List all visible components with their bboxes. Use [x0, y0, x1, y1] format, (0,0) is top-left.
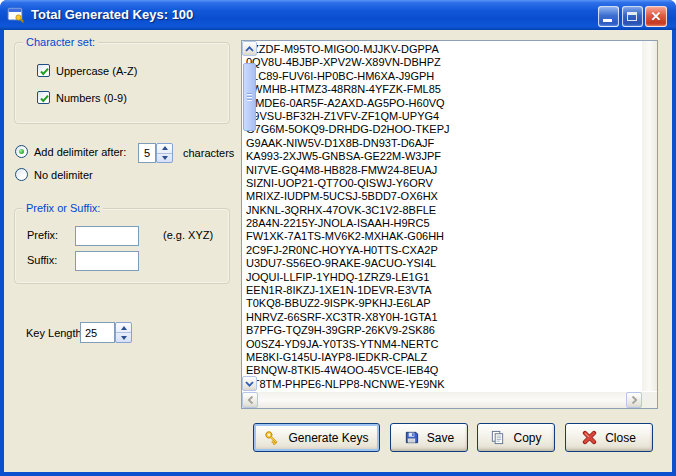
prefix-hint: (e.g. XYZ): [163, 229, 213, 241]
delimiter-count-input[interactable]: [138, 143, 156, 163]
key-line: KA993-2XJW5-GNBSA-GE22M-W3JPF: [246, 150, 640, 163]
app-icon: [7, 6, 25, 24]
key-line: FW1XK-7A1TS-MV6K2-MXHAK-G06HH: [246, 230, 640, 243]
key-line: O0SZ4-YD9JA-Y0T3S-YTNM4-NERTC: [246, 338, 640, 351]
delimiter-spin-up-button[interactable]: [157, 144, 172, 153]
key-line: EEN1R-8IKZJ-1XE1N-1DEVR-E3VTA: [246, 284, 640, 297]
uppercase-option[interactable]: Uppercase (A-Z): [37, 64, 137, 77]
key-length-input[interactable]: [80, 322, 115, 343]
maximize-button[interactable]: [622, 6, 643, 27]
character-set-caption: Character set:: [23, 36, 98, 48]
key-line: HNRVZ-66SRF-XC3TR-X8Y0H-1GTA1: [246, 311, 640, 324]
radio-dot-icon: [19, 149, 24, 154]
generated-keys-listbox[interactable]: 0ZZDF-M95TO-MIGO0-MJJKV-DGPPA0QV8U-4BJBP…: [241, 40, 658, 409]
scroll-left-button[interactable]: [242, 392, 258, 408]
down-arrow-icon: [121, 336, 127, 340]
scroll-right-button[interactable]: [626, 392, 642, 408]
close-button[interactable]: Close: [565, 423, 653, 452]
key-line: G7G6M-5OKQ9-DRHDG-D2HOO-TKEPJ: [246, 123, 640, 136]
suffix-label-row: Suffix:: [27, 254, 57, 266]
uppercase-checkbox[interactable]: [37, 64, 50, 77]
key-length-spinner: [115, 322, 132, 343]
copy-label: Copy: [513, 431, 541, 445]
key-line: T0KQ8-BBUZ2-9ISPK-9PKHJ-E6LAP: [246, 297, 640, 310]
window-title: Total Generated Keys: 100: [31, 0, 193, 30]
key-line: U3DU7-S56EO-9RAKE-9ACUO-YSI4L: [246, 257, 640, 270]
key-line: 0QV8U-4BJBP-XPV2W-X89VN-DBHPZ: [246, 56, 640, 69]
floppy-disk-icon: [404, 430, 419, 445]
save-label: Save: [427, 431, 454, 445]
key-length-spin-up-button[interactable]: [116, 323, 131, 332]
add-delimiter-radio[interactable]: [15, 145, 28, 158]
vertical-scrollbar-thumb[interactable]: [243, 63, 256, 131]
chevron-down-icon: [245, 381, 254, 387]
prefix-label-row: Prefix:: [27, 229, 58, 241]
numbers-option[interactable]: Numbers (0-9): [37, 91, 127, 104]
key-line: S9VSU-BF32H-Z1VFV-ZF1QM-UPYG4: [246, 110, 640, 123]
copy-button[interactable]: Copy: [477, 423, 555, 452]
close-icon: ✕: [646, 7, 666, 26]
key-line: 0WMHB-HTMZ3-48R8N-4YFZK-FML85: [246, 83, 640, 96]
characters-unit: characters: [183, 147, 234, 159]
prefix-input[interactable]: [75, 226, 139, 246]
minimize-button[interactable]: [598, 6, 619, 27]
key-line: FT8TM-PHPE6-NLPP8-NCNWE-YE9NK: [246, 378, 640, 390]
character-set-group: Character set: Uppercase (A-Z) Numbers (…: [14, 42, 230, 124]
prefix-suffix-caption: Prefix or Suffix:: [23, 202, 103, 214]
client-area: Character set: Uppercase (A-Z) Numbers (…: [4, 30, 672, 472]
prefix-label: Prefix:: [27, 229, 58, 241]
minimize-icon: [603, 19, 612, 22]
close-label: Close: [605, 431, 636, 445]
no-delimiter-radio[interactable]: [15, 168, 28, 181]
key-length-spin-down-button[interactable]: [116, 332, 131, 342]
chevron-right-icon: [631, 396, 637, 405]
prefix-hint-label: (e.g. XYZ): [163, 229, 213, 241]
scrollbar-corner: [642, 392, 657, 408]
title-bar[interactable]: Total Generated Keys: 100 ✕: [0, 0, 676, 30]
key-line: 28A4N-2215Y-JNOLA-ISAAH-H9RC5: [246, 217, 640, 230]
key-line: 7LC89-FUV6I-HP0BC-HM6XA-J9GPH: [246, 70, 640, 83]
down-arrow-icon: [162, 156, 168, 160]
add-delimiter-label[interactable]: Add delimiter after:: [34, 146, 126, 158]
generate-keys-label: Generate Keys: [288, 431, 368, 445]
up-arrow-icon: [121, 326, 127, 330]
add-delimiter-option[interactable]: Add delimiter after:: [15, 145, 126, 158]
suffix-label: Suffix:: [27, 254, 57, 266]
save-button[interactable]: Save: [390, 423, 468, 452]
chevron-left-icon: [247, 396, 253, 405]
numbers-checkbox[interactable]: [37, 91, 50, 104]
numbers-label[interactable]: Numbers (0-9): [56, 92, 127, 104]
maximize-icon: [627, 12, 637, 21]
key-line: JNKNL-3QRHX-47OVK-3C1V2-8BFLE: [246, 204, 640, 217]
no-delimiter-label[interactable]: No delimiter: [34, 169, 93, 181]
key-line: SIZNI-UOP21-QT7O0-QISWJ-Y6ORV: [246, 177, 640, 190]
key-line: ME8KI-G145U-IAYP8-IEDKR-CPALZ: [246, 351, 640, 364]
check-icon: [39, 93, 50, 104]
horizontal-scrollbar-track[interactable]: [242, 392, 642, 408]
key-line: 0ZZDF-M95TO-MIGO0-MJJKV-DGPPA: [246, 43, 640, 56]
delimiter-count-spinner: [156, 143, 173, 163]
generate-keys-button[interactable]: Generate Keys: [253, 423, 380, 452]
key-line: JOQUI-LLFIP-1YHDQ-1ZRZ9-LE1G1: [246, 271, 640, 284]
key-icon: [264, 430, 280, 446]
key-line: MMDE6-0AR5F-A2AXD-AG5PO-H60VQ: [246, 97, 640, 110]
no-delimiter-option[interactable]: No delimiter: [15, 168, 93, 181]
delimiter-spin-down-button[interactable]: [157, 153, 172, 163]
key-line: EBNQW-8TKI5-4W4OO-45VCE-IEB4Q: [246, 364, 640, 377]
suffix-input[interactable]: [75, 251, 139, 271]
app-window: Total Generated Keys: 100 ✕ Character se…: [0, 0, 676, 476]
key-line: G9AAK-NIW5V-D1X8B-DN93T-D6AJF: [246, 137, 640, 150]
vertical-scrollbar-track[interactable]: [642, 41, 657, 391]
characters-unit-label: characters: [183, 147, 234, 159]
red-x-icon: [582, 430, 597, 445]
close-window-button[interactable]: ✕: [645, 6, 667, 27]
scroll-up-button[interactable]: [242, 41, 257, 56]
key-line: NI7VE-GQ4M8-HB828-FMW24-8EUAJ: [246, 164, 640, 177]
key-line: B7PFG-TQZ9H-39GRP-26KV9-2SK86: [246, 324, 640, 337]
prefix-suffix-group: Prefix or Suffix: Prefix: (e.g. XYZ) Suf…: [14, 208, 230, 284]
copy-icon: [490, 430, 505, 445]
key-line: 2C9FJ-2R0NC-HOYYA-H0TTS-CXA2P: [246, 244, 640, 257]
scroll-down-button[interactable]: [242, 376, 257, 391]
up-arrow-icon: [162, 146, 168, 150]
uppercase-label[interactable]: Uppercase (A-Z): [56, 65, 137, 77]
